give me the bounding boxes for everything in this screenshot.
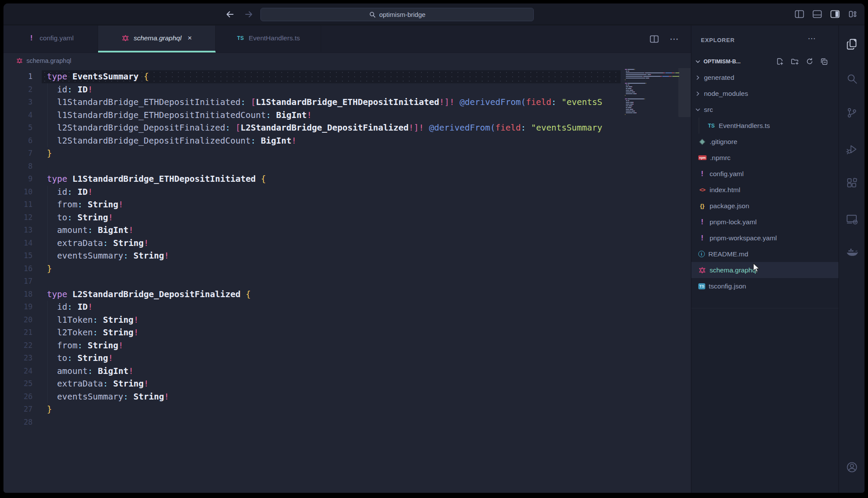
code-line-4: 4 l1StandardBridge_ETHDepositInitiatedCo… <box>3 109 691 122</box>
explorer-title: EXPLORER <box>701 37 735 43</box>
toggle-panel-left-icon[interactable] <box>795 10 804 18</box>
tree-item-index.html[interactable]: <>index.html <box>691 182 838 198</box>
minimap-line <box>625 111 635 111</box>
line-number: 17 <box>3 275 33 288</box>
tree-item-schema.graphql[interactable]: schema.graphql <box>691 262 838 278</box>
tree-item-pnpm-workspace.yaml[interactable]: !pnpm-workspace.yaml <box>691 230 838 246</box>
activity-bar <box>838 26 865 493</box>
tree-folder-src[interactable]: src <box>691 102 838 118</box>
code-line-5: 5 l2StandardBridge_DepositFinalized: [L2… <box>3 121 691 134</box>
run-debug-icon[interactable] <box>846 143 858 155</box>
forward-arrow-icon[interactable] <box>243 3 254 25</box>
line-number: 27 <box>3 403 33 416</box>
explorer-more-icon[interactable]: ⋯ <box>808 33 816 43</box>
minimap-line <box>625 112 637 113</box>
tree-item-EventHandlers.ts[interactable]: TSEventHandlers.ts <box>691 118 838 134</box>
minimap-line <box>625 102 634 103</box>
line-number: 18 <box>3 288 33 301</box>
tree-item-.npmrc[interactable]: npm.npmrc <box>691 150 838 166</box>
code-line-16: 16} <box>3 262 691 275</box>
code-line-20: 20 l1Token: String! <box>3 314 691 327</box>
remote-explorer-icon[interactable] <box>845 213 858 226</box>
layout-controls <box>795 3 858 25</box>
code-line-9: 9type L1StandardBridge_ETHDepositInitiat… <box>3 173 691 186</box>
minimap-line <box>625 109 633 110</box>
command-center-search[interactable]: optimism-bridge <box>260 8 534 21</box>
code-line-25: 25 extraData: String! <box>3 377 691 390</box>
search-icon[interactable] <box>846 73 858 85</box>
tab-schema.graphql[interactable]: schema.graphql× <box>98 26 216 52</box>
tree-folder-node_modules[interactable]: node_modules <box>691 85 838 102</box>
line-number: 6 <box>3 134 33 147</box>
tree-folder-generated[interactable]: generated <box>691 69 838 85</box>
source-control-icon[interactable] <box>846 107 858 119</box>
line-number: 12 <box>3 211 33 224</box>
breadcrumb[interactable]: schema.graphql <box>3 53 691 68</box>
minimap-line <box>625 76 679 77</box>
customize-layout-icon[interactable] <box>848 10 858 18</box>
minimap-line <box>625 85 629 85</box>
tree-item-.gitignore[interactable]: .gitignore <box>691 134 838 150</box>
json-file-icon: {} <box>698 202 706 210</box>
line-number: 26 <box>3 390 33 403</box>
minimap-line <box>625 69 635 70</box>
tree-item-package.json[interactable]: {}package.json <box>691 198 838 214</box>
chevron-down-icon <box>694 106 701 113</box>
line-number: 28 <box>3 416 33 429</box>
chevron-right-icon <box>694 74 701 81</box>
line-number: 14 <box>3 237 33 250</box>
toggle-panel-bottom-icon[interactable] <box>812 10 822 18</box>
tree-item-pnpm-lock.yaml[interactable]: !pnpm-lock.yaml <box>691 214 838 230</box>
extensions-icon[interactable] <box>846 177 858 189</box>
line-number: 19 <box>3 301 33 314</box>
tsconfig-file-icon: TS <box>698 283 705 289</box>
git-file-icon <box>698 138 706 146</box>
main-area: !config.yamlschema.graphql×TSEventHandle… <box>3 26 865 493</box>
code-line-23: 23 to: String! <box>3 352 691 365</box>
explorer-icon[interactable] <box>845 38 858 51</box>
code-line-13: 13 amount: BigInt! <box>3 224 691 237</box>
line-number: 25 <box>3 377 33 390</box>
tree-item-label: src <box>704 106 713 114</box>
toggle-sidebar-right-icon[interactable] <box>830 10 840 18</box>
code-editor[interactable]: 1type EventsSummary {2 id: ID!3 l1Standa… <box>3 68 691 493</box>
search-icon <box>369 11 376 18</box>
docker-icon[interactable] <box>845 246 859 259</box>
yaml-file-icon: ! <box>698 170 706 178</box>
tree-item-tsconfig.json[interactable]: TStsconfig.json <box>691 278 838 294</box>
line-number: 9 <box>3 173 33 186</box>
minimap-slider[interactable] <box>678 68 690 117</box>
minimap-line <box>625 98 645 99</box>
minimap-line <box>625 86 632 87</box>
tree-item-label: schema.graphql <box>710 266 757 274</box>
tab-config.yaml[interactable]: !config.yaml <box>3 26 98 52</box>
tab-label: config.yaml <box>39 34 73 42</box>
new-file-icon[interactable] <box>776 58 784 66</box>
section-label: OPTIMISM-B... <box>704 59 740 65</box>
collapse-all-icon[interactable] <box>820 58 828 66</box>
close-tab-icon[interactable]: × <box>187 34 192 43</box>
graphql-file-icon <box>698 266 706 274</box>
tab-EventHandlers.ts[interactable]: TSEventHandlers.ts <box>216 26 321 52</box>
code-line-15: 15 eventsSummary: String! <box>3 249 691 262</box>
tree-item-config.yaml[interactable]: !config.yaml <box>691 166 838 182</box>
editor-window: optimism-bridge <box>3 3 865 493</box>
tree-item-label: EventHandlers.ts <box>719 122 770 130</box>
minimap[interactable] <box>621 68 691 198</box>
code-line-21: 21 l2Token: String! <box>3 326 691 339</box>
graphql-file-icon <box>16 58 23 64</box>
minimap-line <box>625 78 649 79</box>
tree-item-README.md[interactable]: iREADME.md <box>691 246 838 262</box>
line-number: 24 <box>3 365 33 378</box>
tree-item-label: config.yaml <box>710 170 743 178</box>
more-actions-icon[interactable]: ⋯ <box>670 37 679 41</box>
split-editor-icon[interactable] <box>650 35 659 43</box>
refresh-icon[interactable] <box>806 58 813 66</box>
new-folder-icon[interactable] <box>791 58 799 66</box>
tab-label: EventHandlers.ts <box>249 34 300 42</box>
explorer-section-header[interactable]: OPTIMISM-B... <box>691 53 838 70</box>
html-file-icon: <> <box>698 186 706 194</box>
code-line-24: 24 amount: BigInt! <box>3 365 691 378</box>
account-icon[interactable] <box>845 461 858 474</box>
back-arrow-icon[interactable] <box>225 3 235 25</box>
